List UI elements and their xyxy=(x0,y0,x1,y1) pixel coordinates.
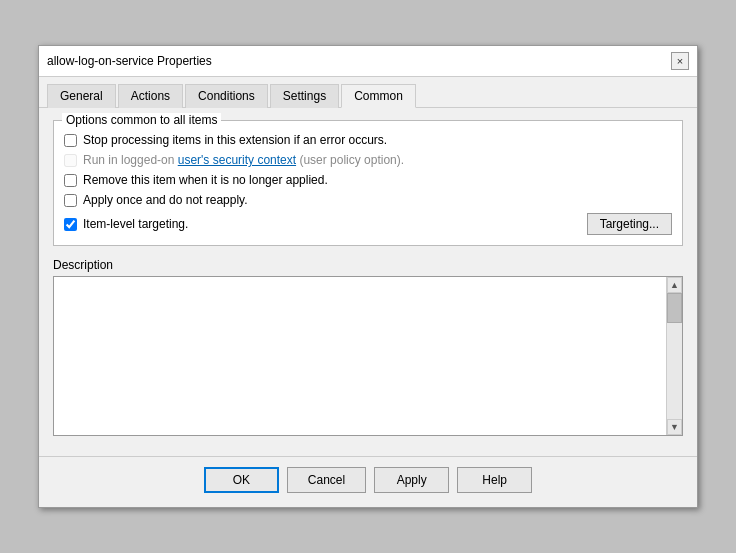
options-group-box: Options common to all items Stop process… xyxy=(53,120,683,246)
option3-checkbox[interactable] xyxy=(64,174,77,187)
tab-settings[interactable]: Settings xyxy=(270,84,339,108)
scrollbar-thumb-area xyxy=(667,293,682,419)
tab-bar: General Actions Conditions Settings Comm… xyxy=(39,77,697,108)
tab-general[interactable]: General xyxy=(47,84,116,108)
option2-prefix: Run in logged-on xyxy=(83,153,178,167)
cancel-button[interactable]: Cancel xyxy=(287,467,366,493)
group-options: Stop processing items in this extension … xyxy=(64,133,672,235)
option1-checkbox[interactable] xyxy=(64,134,77,147)
option1-label[interactable]: Stop processing items in this extension … xyxy=(83,133,387,147)
ok-button[interactable]: OK xyxy=(204,467,279,493)
tab-actions[interactable]: Actions xyxy=(118,84,183,108)
content-area: Options common to all items Stop process… xyxy=(39,108,697,456)
apply-button[interactable]: Apply xyxy=(374,467,449,493)
description-box-wrapper: ▲ ▼ xyxy=(53,276,683,436)
option5-left: Item-level targeting. xyxy=(64,217,188,231)
scroll-up-arrow[interactable]: ▲ xyxy=(667,277,682,293)
option5-checkbox[interactable] xyxy=(64,218,77,231)
close-button[interactable]: × xyxy=(671,52,689,70)
option5-label[interactable]: Item-level targeting. xyxy=(83,217,188,231)
option5-row: Item-level targeting. Targeting... xyxy=(64,213,672,235)
option2-row: Run in logged-on user's security context… xyxy=(64,153,672,167)
description-label: Description xyxy=(53,258,683,272)
option2-checkbox xyxy=(64,154,77,167)
scrollbar-track: ▲ ▼ xyxy=(666,277,682,435)
option2-label: Run in logged-on user's security context… xyxy=(83,153,404,167)
tab-common[interactable]: Common xyxy=(341,84,416,108)
footer: OK Cancel Apply Help xyxy=(39,456,697,507)
option1-row: Stop processing items in this extension … xyxy=(64,133,672,147)
description-input[interactable] xyxy=(54,277,666,435)
properties-window: allow-log-on-service Properties × Genera… xyxy=(38,45,698,508)
window-title: allow-log-on-service Properties xyxy=(47,54,212,68)
option3-row: Remove this item when it is no longer ap… xyxy=(64,173,672,187)
option4-row: Apply once and do not reapply. xyxy=(64,193,672,207)
description-section: Description ▲ ▼ xyxy=(53,258,683,436)
option3-label[interactable]: Remove this item when it is no longer ap… xyxy=(83,173,328,187)
help-button[interactable]: Help xyxy=(457,467,532,493)
option2-suffix: (user policy option). xyxy=(296,153,404,167)
option2-link: user's security context xyxy=(178,153,296,167)
group-box-legend: Options common to all items xyxy=(62,113,221,127)
option4-label[interactable]: Apply once and do not reapply. xyxy=(83,193,248,207)
option4-checkbox[interactable] xyxy=(64,194,77,207)
title-bar: allow-log-on-service Properties × xyxy=(39,46,697,77)
targeting-button[interactable]: Targeting... xyxy=(587,213,672,235)
scrollbar-thumb[interactable] xyxy=(667,293,682,323)
tab-conditions[interactable]: Conditions xyxy=(185,84,268,108)
scroll-down-arrow[interactable]: ▼ xyxy=(667,419,682,435)
close-icon: × xyxy=(677,55,683,67)
